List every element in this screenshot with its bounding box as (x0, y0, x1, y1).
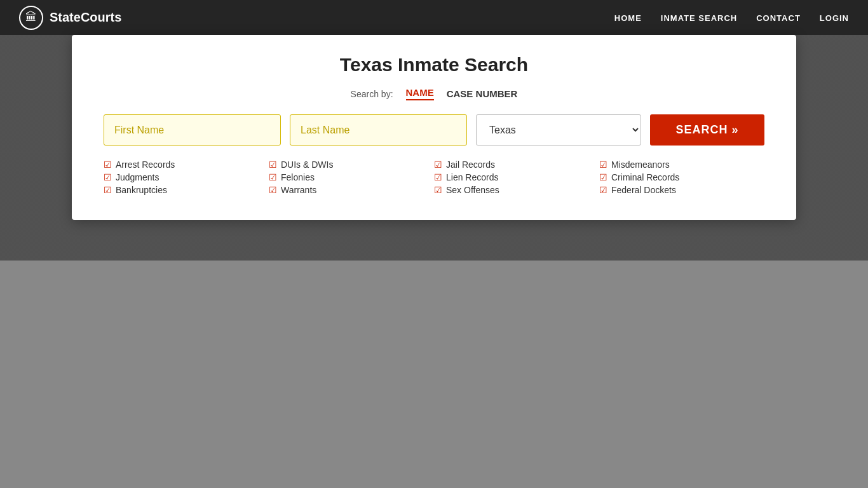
nav-home[interactable]: HOME (614, 13, 642, 23)
check-label: Lien Records (446, 172, 499, 182)
tab-name[interactable]: NAME (406, 87, 434, 100)
check-icon: ☑ (269, 159, 277, 170)
logo-icon: 🏛 (19, 6, 43, 30)
check-item: ☑Federal Dockets (599, 185, 764, 195)
nav-links: HOME INMATE SEARCH CONTACT LOGIN (614, 12, 849, 24)
check-label: Felonies (281, 172, 315, 182)
nav-inmate-search[interactable]: INMATE SEARCH (661, 13, 737, 23)
check-item: ☑Arrest Records (104, 159, 269, 170)
search-card: Texas Inmate Search Search by: NAME CASE… (72, 35, 796, 220)
check-icon: ☑ (599, 185, 607, 195)
check-icon: ☑ (104, 159, 112, 170)
check-label: Arrest Records (116, 159, 175, 170)
check-label: Misdemeanors (611, 159, 670, 170)
search-button[interactable]: SEARCH » (650, 114, 764, 146)
check-item: ☑Judgments (104, 172, 269, 182)
check-icon: ☑ (599, 172, 607, 182)
checkboxes-grid: ☑Arrest Records☑Judgments☑Bankruptcies☑D… (104, 159, 764, 198)
check-icon: ☑ (104, 185, 112, 195)
check-item: ☑Criminal Records (599, 172, 764, 182)
check-label: Judgments (116, 172, 159, 182)
hero-section: COURTHOUSE 🏛 StateCourts HOME INMATE SEA… (0, 0, 868, 261)
search-title: Texas Inmate Search (104, 54, 764, 76)
state-select[interactable]: Texas Alabama Alaska Arizona California … (476, 114, 641, 146)
check-label: Sex Offenses (446, 185, 499, 195)
tab-case-number[interactable]: CASE NUMBER (447, 88, 518, 99)
check-label: Criminal Records (611, 172, 679, 182)
check-icon: ☑ (269, 185, 277, 195)
first-name-input[interactable] (104, 114, 281, 146)
check-icon: ☑ (434, 172, 442, 182)
last-name-input[interactable] (290, 114, 467, 146)
check-item: ☑Warrants (269, 185, 434, 195)
check-item: ☑Lien Records (434, 172, 599, 182)
check-label: Bankruptcies (116, 185, 167, 195)
check-item: ☑Misdemeanors (599, 159, 764, 170)
check-label: Jail Records (446, 159, 495, 170)
check-label: DUIs & DWIs (281, 159, 333, 170)
nav-login[interactable]: LOGIN (820, 13, 849, 23)
search-inputs: Texas Alabama Alaska Arizona California … (104, 114, 764, 146)
check-item: ☑Felonies (269, 172, 434, 182)
logo-text: StateCourts (50, 10, 121, 25)
check-icon: ☑ (434, 185, 442, 195)
check-label: Federal Dockets (611, 185, 676, 195)
search-by-row: Search by: NAME CASE NUMBER (104, 87, 764, 100)
check-item: ☑DUIs & DWIs (269, 159, 434, 170)
check-item: ☑Bankruptcies (104, 185, 269, 195)
navbar: 🏛 StateCourts HOME INMATE SEARCH CONTACT… (0, 0, 868, 35)
check-icon: ☑ (269, 172, 277, 182)
search-by-label: Search by: (351, 89, 393, 99)
check-label: Warrants (281, 185, 316, 195)
nav-contact[interactable]: CONTACT (756, 13, 801, 23)
check-icon: ☑ (434, 159, 442, 170)
check-icon: ☑ (104, 172, 112, 182)
logo-link[interactable]: 🏛 StateCourts (19, 6, 121, 30)
check-item: ☑Jail Records (434, 159, 599, 170)
check-icon: ☑ (599, 159, 607, 170)
check-item: ☑Sex Offenses (434, 185, 599, 195)
